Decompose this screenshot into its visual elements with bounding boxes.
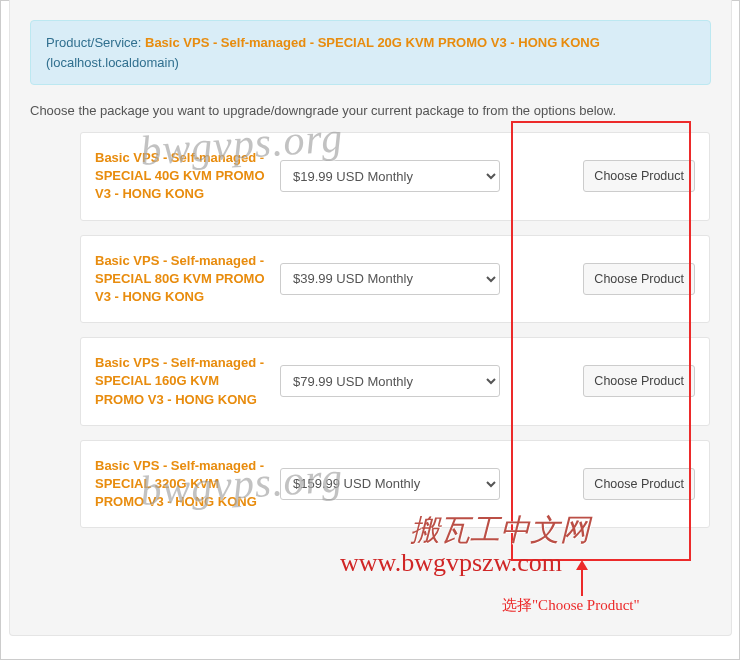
price-select-wrap: $79.99 USD Monthly <box>280 365 583 397</box>
package-name: Basic VPS - Self-managed - SPECIAL 40G K… <box>95 149 280 204</box>
package-row: Basic VPS - Self-managed - SPECIAL 40G K… <box>80 132 710 221</box>
package-name: Basic VPS - Self-managed - SPECIAL 80G K… <box>95 252 280 307</box>
package-name: Basic VPS - Self-managed - SPECIAL 160G … <box>95 354 280 409</box>
billing-cycle-select[interactable]: $159.99 USD Monthly <box>280 468 500 500</box>
package-row: Basic VPS - Self-managed - SPECIAL 160G … <box>80 337 710 426</box>
package-list: Basic VPS - Self-managed - SPECIAL 40G K… <box>80 132 710 528</box>
billing-cycle-select[interactable]: $19.99 USD Monthly <box>280 160 500 192</box>
billing-cycle-select[interactable]: $39.99 USD Monthly <box>280 263 500 295</box>
choose-product-button[interactable]: Choose Product <box>583 365 695 397</box>
current-product-name: Basic VPS - Self-managed - SPECIAL 20G K… <box>145 35 600 50</box>
instructions-text: Choose the package you want to upgrade/d… <box>30 103 711 118</box>
price-select-wrap: $39.99 USD Monthly <box>280 263 583 295</box>
price-select-wrap: $159.99 USD Monthly <box>280 468 583 500</box>
package-name: Basic VPS - Self-managed - SPECIAL 320G … <box>95 457 280 512</box>
choose-product-button[interactable]: Choose Product <box>583 160 695 192</box>
product-info-box: Product/Service: Basic VPS - Self-manage… <box>30 20 711 85</box>
info-prefix: Product/Service: <box>46 35 145 50</box>
package-row: Basic VPS - Self-managed - SPECIAL 80G K… <box>80 235 710 324</box>
choose-product-button[interactable]: Choose Product <box>583 468 695 500</box>
current-product-host: (localhost.localdomain) <box>46 55 179 70</box>
billing-cycle-select[interactable]: $79.99 USD Monthly <box>280 365 500 397</box>
choose-product-button[interactable]: Choose Product <box>583 263 695 295</box>
main-panel: Product/Service: Basic VPS - Self-manage… <box>9 0 732 636</box>
price-select-wrap: $19.99 USD Monthly <box>280 160 583 192</box>
package-row: Basic VPS - Self-managed - SPECIAL 320G … <box>80 440 710 529</box>
